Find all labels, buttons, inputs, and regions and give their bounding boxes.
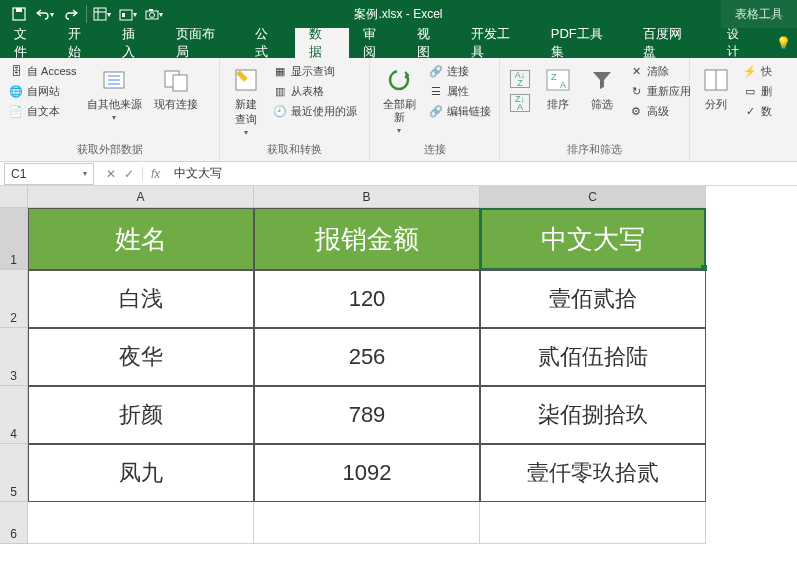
cell[interactable] — [28, 502, 254, 544]
ribbon-tabs: 文件 开始 插入 页面布局 公式 数据 审阅 视图 开发工具 PDF工具集 百度… — [0, 28, 797, 58]
remove-dup-button[interactable]: ▭删 — [740, 82, 774, 100]
cell[interactable]: 白浅 — [28, 270, 254, 328]
advanced-icon: ⚙ — [628, 103, 644, 119]
tell-me-icon[interactable]: 💡 — [769, 28, 797, 58]
svg-rect-1 — [16, 8, 22, 12]
col-header[interactable]: B — [254, 186, 480, 208]
conn-icon: 🔗 — [428, 63, 444, 79]
sort-za-icon: Z↓A — [510, 94, 530, 112]
row-header[interactable]: 6 — [0, 502, 28, 544]
reapply-icon: ↻ — [628, 83, 644, 99]
cell[interactable]: 夜华 — [28, 328, 254, 386]
row-header[interactable]: 3 — [0, 328, 28, 386]
show-queries-button[interactable]: ▦显示查询 — [270, 62, 359, 80]
col-header[interactable]: A — [28, 186, 254, 208]
refresh-all-button[interactable]: 全部刷新▾ — [376, 62, 422, 138]
group-sort-filter: A↓Z Z↓A ZA 排序 筛选 ✕清除 ↻重新应用 ⚙高级 排序和筛选 — [500, 58, 690, 161]
tab-pdf[interactable]: PDF工具集 — [537, 28, 630, 58]
cell[interactable]: 折颜 — [28, 386, 254, 444]
cell[interactable]: 报销金额 — [254, 208, 480, 270]
tab-design[interactable]: 设计 — [709, 28, 769, 58]
spreadsheet-grid[interactable]: 1 2 3 4 5 6 A B C 姓名 报销金额 中文大写 白浅 120 壹佰… — [0, 186, 797, 584]
formula-input[interactable]: 中文大写 — [168, 165, 228, 182]
row-header[interactable]: 2 — [0, 270, 28, 328]
tab-layout[interactable]: 页面布局 — [162, 28, 242, 58]
cell[interactable]: 壹佰贰拾 — [480, 270, 706, 328]
text-to-columns-button[interactable]: 分列 — [696, 62, 736, 113]
cancel-icon[interactable]: ✕ — [106, 167, 116, 181]
connections-button[interactable]: 🔗连接 — [426, 62, 493, 80]
row-header[interactable]: 1 — [0, 208, 28, 270]
undo-icon[interactable]: ▾ — [32, 2, 58, 26]
tab-insert[interactable]: 插入 — [108, 28, 162, 58]
sort-button[interactable]: ZA 排序 — [538, 62, 578, 113]
name-box[interactable]: C1▾ — [4, 163, 94, 185]
enter-icon[interactable]: ✓ — [124, 167, 134, 181]
flash-fill-button[interactable]: ⚡快 — [740, 62, 774, 80]
data-validation-button[interactable]: ✓数 — [740, 102, 774, 120]
cell[interactable]: 256 — [254, 328, 480, 386]
save-icon[interactable] — [6, 2, 32, 26]
cell[interactable]: 柒佰捌拾玖 — [480, 386, 706, 444]
advanced-button[interactable]: ⚙高级 — [626, 102, 693, 120]
tab-dev[interactable]: 开发工具 — [457, 28, 537, 58]
tab-view[interactable]: 视图 — [403, 28, 457, 58]
tab-home[interactable]: 开始 — [54, 28, 108, 58]
group-get-transform: 新建查询▾ ▦显示查询 ▥从表格 🕘最近使用的源 获取和转换 — [220, 58, 370, 161]
svg-rect-6 — [122, 13, 125, 17]
cell[interactable]: 凤九 — [28, 444, 254, 502]
qat-icon-1[interactable]: ▾ — [89, 2, 115, 26]
clear-button[interactable]: ✕清除 — [626, 62, 693, 80]
reapply-button[interactable]: ↻重新应用 — [626, 82, 693, 100]
web-icon: 🌐 — [8, 83, 24, 99]
new-query-button[interactable]: 新建查询▾ — [226, 62, 266, 140]
from-text-button[interactable]: 📄自文本 — [6, 102, 79, 120]
other-sources-button[interactable]: 自其他来源▾ — [83, 62, 146, 125]
cell[interactable] — [254, 502, 480, 544]
cell[interactable]: 姓名 — [28, 208, 254, 270]
cell[interactable]: 壹仟零玖拾贰 — [480, 444, 706, 502]
cell[interactable]: 中文大写 — [480, 208, 706, 270]
group-label: 连接 — [376, 140, 493, 159]
group-data-tools: 分列 ⚡快 ▭删 ✓数 — [690, 58, 790, 161]
recent-sources-button[interactable]: 🕘最近使用的源 — [270, 102, 359, 120]
fx-icon[interactable]: fx — [142, 167, 168, 181]
group-external-data: 🗄自 Access 🌐自网站 📄自文本 自其他来源▾ 现有连接 获取外部数据 — [0, 58, 220, 161]
camera-icon[interactable]: ▾ — [141, 2, 167, 26]
text-icon: 📄 — [8, 103, 24, 119]
tab-review[interactable]: 审阅 — [349, 28, 403, 58]
filter-button[interactable]: 筛选 — [582, 62, 622, 113]
existing-conn-button[interactable]: 现有连接 — [150, 62, 202, 113]
cell[interactable]: 120 — [254, 270, 480, 328]
cell[interactable]: 贰佰伍拾陆 — [480, 328, 706, 386]
cell[interactable]: 1092 — [254, 444, 480, 502]
from-table-button[interactable]: ▥从表格 — [270, 82, 359, 100]
cell[interactable]: 789 — [254, 386, 480, 444]
sort-az-button[interactable]: A↓Z Z↓A — [506, 62, 534, 114]
edit-links-icon: 🔗 — [428, 103, 444, 119]
row-header[interactable]: 4 — [0, 386, 28, 444]
other-sources-icon — [98, 64, 130, 96]
svg-rect-5 — [120, 10, 132, 20]
row-header[interactable]: 5 — [0, 444, 28, 502]
tab-formula[interactable]: 公式 — [241, 28, 295, 58]
select-all-corner[interactable] — [0, 186, 28, 208]
redo-icon[interactable] — [58, 2, 84, 26]
group-connections: 全部刷新▾ 🔗连接 ☰属性 🔗编辑链接 连接 — [370, 58, 500, 161]
svg-text:Z: Z — [551, 72, 557, 82]
properties-button[interactable]: ☰属性 — [426, 82, 493, 100]
svg-rect-9 — [149, 9, 153, 11]
sort-icon: ZA — [542, 64, 574, 96]
col-header[interactable]: C — [480, 186, 706, 208]
qat-icon-2[interactable]: ▾ — [115, 2, 141, 26]
prop-icon: ☰ — [428, 83, 444, 99]
from-web-button[interactable]: 🌐自网站 — [6, 82, 79, 100]
cells-area[interactable]: 姓名 报销金额 中文大写 白浅 120 壹佰贰拾 夜华 256 贰佰伍拾陆 折颜… — [28, 208, 797, 584]
cell[interactable] — [480, 502, 706, 544]
tab-data[interactable]: 数据 — [295, 28, 349, 58]
edit-links-button[interactable]: 🔗编辑链接 — [426, 102, 493, 120]
from-access-button[interactable]: 🗄自 Access — [6, 62, 79, 80]
tab-file[interactable]: 文件 — [0, 28, 54, 58]
tab-baidu[interactable]: 百度网盘 — [629, 28, 709, 58]
filter-icon — [586, 64, 618, 96]
